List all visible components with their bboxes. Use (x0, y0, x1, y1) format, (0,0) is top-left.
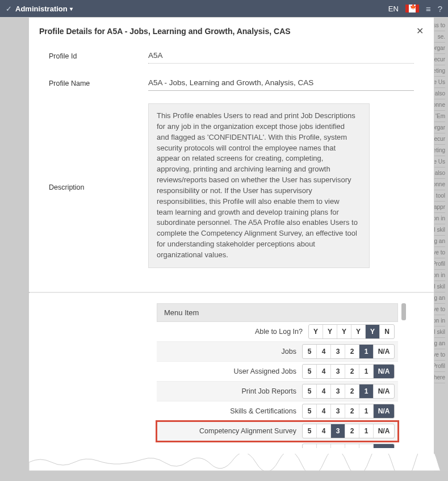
menu-option[interactable]: Y (309, 325, 323, 338)
flag-canada-icon[interactable] (405, 5, 419, 12)
menu-options-group: 54321N/A (302, 404, 395, 419)
profile-details-modal: Profile Details for A5A - Jobs, Learning… (28, 17, 434, 471)
menu-options-group: 54321N/A (302, 364, 395, 379)
menu-option[interactable]: 1 (359, 384, 374, 398)
menu-section: Menu Item Able to Log In?YYYYYNJobs54321… (29, 293, 434, 471)
torn-edge-decoration (29, 448, 434, 471)
close-icon: ✕ (416, 26, 424, 36)
menu-option[interactable]: N/A (374, 384, 394, 398)
modal-title: Profile Details for A5A - Jobs, Learning… (39, 27, 291, 36)
menu-option[interactable]: 1 (359, 365, 374, 378)
nav-administration[interactable]: Administration ▾ (15, 5, 73, 13)
menu-option[interactable]: 4 (317, 424, 331, 438)
menu-option[interactable]: 5 (303, 384, 317, 398)
description-label: Description (49, 180, 148, 191)
menu-option[interactable]: 1 (359, 345, 374, 358)
menu-option[interactable]: N/A (374, 345, 394, 358)
navbar-right: EN ≡ ? (388, 4, 442, 14)
menu-option[interactable]: 2 (345, 404, 359, 418)
top-navbar: ✓ Administration ▾ EN ≡ ? (0, 0, 448, 17)
navbar-left: ✓ Administration ▾ (6, 5, 73, 13)
menu-option[interactable]: N/A (374, 365, 394, 378)
menu-option[interactable]: N/A (374, 424, 394, 438)
menu-option[interactable]: 1 (359, 404, 374, 418)
profile-name-label: Profile Name (49, 76, 148, 87)
menu-option[interactable]: Y (351, 325, 366, 338)
menu-options-group: 54321N/A (302, 424, 395, 438)
menu-option[interactable]: 3 (331, 404, 345, 418)
profile-name-row: Profile Name A5A - Jobs, Learning and Gr… (49, 76, 414, 91)
torn-edge-svg (29, 454, 448, 471)
menu-option[interactable]: 2 (345, 345, 359, 358)
menu-option[interactable]: Y (366, 325, 380, 338)
checkmark-icon: ✓ (6, 5, 12, 13)
description-row: Description This Profile enables Users t… (49, 103, 414, 268)
menu-option[interactable]: 5 (303, 365, 317, 378)
menu-option[interactable]: 3 (331, 345, 345, 358)
menu-row: Competency Alignment Survey54321N/A (157, 421, 398, 441)
menu-header: Menu Item (157, 303, 398, 322)
menu-item-label: Print Job Reports (157, 387, 302, 395)
menu-rows: Able to Log In?YYYYYNJobs54321N/AUser As… (157, 322, 398, 461)
menu-option[interactable]: 5 (303, 404, 317, 418)
language-code[interactable]: EN (388, 5, 399, 13)
help-icon[interactable]: ? (438, 4, 442, 14)
menu-option[interactable]: N/A (374, 404, 394, 418)
menu-option[interactable]: 5 (303, 345, 317, 358)
menu-option[interactable]: 1 (359, 424, 374, 438)
description-note-label: NOTE: (157, 267, 358, 268)
menu-item-label: Able to Log In? (157, 328, 308, 336)
profile-id-row: Profile Id A5A (49, 49, 414, 64)
menu-options-group: 54321N/A (302, 384, 395, 399)
nav-label: Administration (15, 5, 68, 13)
menu-container: Menu Item Able to Log In?YYYYYNJobs54321… (157, 303, 398, 461)
close-button[interactable]: ✕ (416, 26, 424, 36)
menu-option[interactable]: 3 (331, 365, 345, 378)
form-section: Profile Id A5A Profile Name A5A - Jobs, … (29, 43, 434, 292)
menu-row: User Assigned Jobs54321N/A (157, 362, 398, 382)
menu-option[interactable]: 5 (303, 424, 317, 438)
menu-option[interactable]: 4 (317, 365, 331, 378)
menu-option[interactable]: 4 (317, 384, 331, 398)
description-paragraph-1: This Profile enables Users to read and p… (157, 111, 358, 261)
menu-option[interactable]: Y (337, 325, 351, 338)
menu-row: Jobs54321N/A (157, 342, 398, 362)
menu-option[interactable]: 2 (345, 424, 359, 438)
menu-option[interactable]: N (380, 325, 394, 338)
modal-header: Profile Details for A5A - Jobs, Learning… (29, 18, 434, 43)
menu-scrollbar[interactable] (401, 303, 406, 320)
profile-id-label: Profile Id (49, 49, 148, 60)
settings-sliders-icon[interactable]: ≡ (426, 4, 431, 14)
menu-option[interactable]: Y (323, 325, 337, 338)
menu-option[interactable]: 4 (317, 345, 331, 358)
menu-item-label: Competency Alignment Survey (157, 427, 302, 435)
menu-row: Print Job Reports54321N/A (157, 382, 398, 401)
menu-row: Skills & Certifications54321N/A (157, 401, 398, 421)
menu-row: Able to Log In?YYYYYN (157, 322, 398, 342)
menu-option[interactable]: 2 (345, 384, 359, 398)
menu-option[interactable]: 2 (345, 365, 359, 378)
menu-item-label: Jobs (157, 348, 302, 355)
profile-name-value[interactable]: A5A - Jobs, Learning and Growth, Analysi… (148, 76, 414, 91)
menu-item-label: Skills & Certifications (157, 407, 302, 415)
menu-item-label: User Assigned Jobs (157, 367, 302, 375)
menu-options-group: YYYYYN (308, 324, 395, 339)
description-textarea[interactable]: This Profile enables Users to read and p… (148, 103, 370, 268)
menu-option[interactable]: 3 (331, 424, 345, 438)
menu-option[interactable]: 4 (317, 404, 331, 418)
menu-options-group: 54321N/A (302, 344, 395, 359)
profile-id-value: A5A (148, 49, 414, 64)
chevron-down-icon: ▾ (70, 6, 73, 12)
menu-option[interactable]: 3 (331, 384, 345, 398)
